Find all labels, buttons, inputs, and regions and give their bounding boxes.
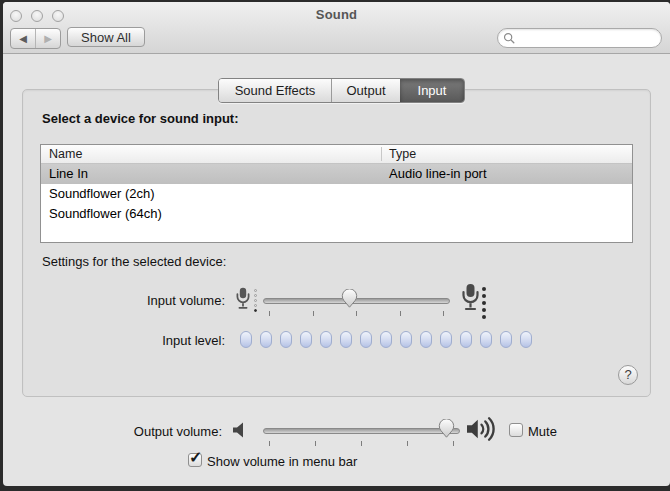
column-header-type[interactable]: Type bbox=[389, 145, 416, 163]
speaker-quiet-icon bbox=[231, 421, 247, 439]
slider-ticks bbox=[269, 311, 444, 316]
slider-track bbox=[263, 428, 460, 434]
level-segment bbox=[320, 331, 332, 348]
level-segment bbox=[380, 331, 392, 348]
mic-quiet-level-dots bbox=[254, 288, 257, 313]
level-segment bbox=[520, 331, 532, 348]
show-volume-label: Show volume in menu bar bbox=[207, 454, 357, 469]
level-segment bbox=[340, 331, 352, 348]
device-table: Name Type Line In Audio line-in port Sou… bbox=[40, 144, 633, 243]
table-row-soundflower-2ch[interactable]: Soundflower (2ch) bbox=[41, 184, 632, 204]
settings-label: Settings for the selected device: bbox=[42, 254, 226, 269]
desktop: { "window": { "title": "Sound" }, "toolb… bbox=[0, 0, 670, 491]
level-segment bbox=[260, 331, 272, 348]
table-row-line-in[interactable]: Line In Audio line-in port bbox=[41, 164, 632, 184]
search-input[interactable] bbox=[515, 31, 661, 45]
level-segment bbox=[240, 331, 252, 348]
window-header: Sound ◀ ▶ Show All bbox=[3, 2, 670, 54]
input-level-label: Input level: bbox=[3, 333, 225, 348]
show-volume-checkbox[interactable]: ✓ bbox=[188, 453, 202, 467]
help-button[interactable]: ? bbox=[618, 365, 638, 385]
level-segment bbox=[440, 331, 452, 348]
level-segment bbox=[420, 331, 432, 348]
output-volume-label: Output volume: bbox=[3, 424, 222, 439]
slider-thumb[interactable] bbox=[340, 289, 359, 308]
level-segment bbox=[300, 331, 312, 348]
mic-loud-level-dots bbox=[482, 285, 486, 320]
microphone-quiet-icon bbox=[233, 287, 253, 311]
search-field[interactable] bbox=[497, 28, 662, 48]
select-device-label: Select a device for sound input: bbox=[42, 111, 238, 126]
column-divider bbox=[381, 147, 382, 161]
tab-output[interactable]: Output bbox=[331, 79, 400, 102]
window-title: Sound bbox=[3, 7, 670, 22]
slider-thumb[interactable] bbox=[437, 419, 456, 438]
show-all-button[interactable]: Show All bbox=[67, 27, 145, 47]
mute-label: Mute bbox=[528, 424, 557, 439]
level-segment bbox=[460, 331, 472, 348]
slider-ticks bbox=[269, 441, 454, 446]
input-volume-label: Input volume: bbox=[3, 293, 225, 308]
mute-checkbox[interactable]: ✓ bbox=[509, 423, 523, 437]
back-button[interactable]: ◀ bbox=[11, 29, 35, 48]
table-row-soundflower-64ch[interactable]: Soundflower (64ch) bbox=[41, 204, 632, 224]
level-segment bbox=[480, 331, 492, 348]
level-segment bbox=[360, 331, 372, 348]
search-icon bbox=[503, 32, 515, 44]
tab-sound-effects[interactable]: Sound Effects bbox=[219, 79, 331, 102]
content-panel bbox=[22, 89, 651, 397]
tab-bar: Sound Effects Output Input bbox=[218, 78, 465, 103]
column-header-name[interactable]: Name bbox=[49, 145, 82, 163]
sound-preferences-window: Sound ◀ ▶ Show All Sound Effects Output … bbox=[3, 2, 670, 486]
level-segment bbox=[280, 331, 292, 348]
output-volume-slider[interactable] bbox=[263, 419, 460, 449]
table-header: Name Type bbox=[41, 145, 632, 164]
input-volume-slider[interactable] bbox=[263, 289, 450, 319]
level-segment bbox=[400, 331, 412, 348]
speaker-loud-icon bbox=[465, 415, 497, 443]
microphone-loud-icon bbox=[458, 283, 483, 313]
nav-button-group: ◀ ▶ bbox=[10, 28, 61, 49]
level-segment bbox=[500, 331, 512, 348]
input-level-meter bbox=[240, 331, 532, 348]
tab-input[interactable]: Input bbox=[400, 79, 464, 102]
forward-button[interactable]: ▶ bbox=[35, 29, 60, 48]
